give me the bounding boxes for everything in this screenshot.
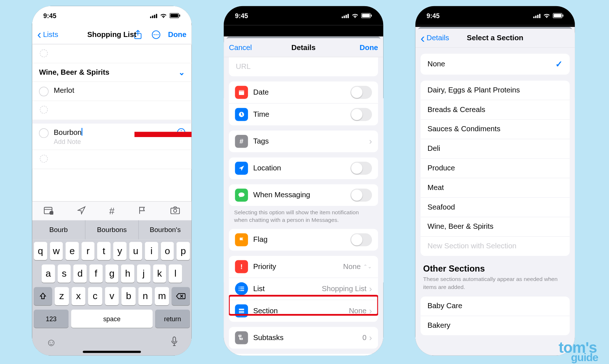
url-field[interactable]: URL [229, 57, 378, 76]
calendar-icon[interactable] [44, 206, 53, 216]
toggle-date[interactable] [350, 86, 372, 99]
key-t[interactable]: t [97, 242, 111, 260]
camera-icon[interactable] [170, 206, 180, 216]
cancel-button[interactable]: Cancel [229, 43, 252, 52]
home-indicator[interactable] [83, 351, 141, 353]
svg-rect-21 [173, 337, 175, 342]
section-option[interactable]: Produce [420, 158, 569, 178]
done-button[interactable]: Done [168, 30, 186, 39]
reminder-title-editing[interactable]: Bourbon [54, 128, 185, 137]
toggle-location[interactable] [350, 162, 372, 175]
key-h[interactable]: h [121, 265, 134, 283]
row-flag[interactable]: Flag [229, 229, 378, 251]
location-icon[interactable] [77, 206, 86, 216]
key-return[interactable]: return [155, 310, 190, 328]
key-j[interactable]: j [137, 265, 150, 283]
row-tags[interactable]: # Tags › [229, 131, 378, 152]
key-p[interactable]: p [177, 242, 190, 260]
emoji-icon[interactable]: ☺ [46, 336, 57, 348]
toggle-time[interactable] [350, 108, 372, 121]
section-option[interactable]: Dairy, Eggs & Plant Proteins [420, 80, 569, 100]
key-i[interactable]: i [145, 242, 158, 260]
row-messaging[interactable]: When Messaging [229, 184, 378, 206]
key-r[interactable]: r [82, 242, 95, 260]
other-section-option[interactable]: Bakery [420, 316, 569, 335]
details-scroll[interactable]: URL Date Time # [224, 57, 383, 356]
svg-rect-2 [154, 15, 156, 18]
tag-icon[interactable]: # [109, 205, 115, 216]
key-m[interactable]: m [155, 287, 169, 305]
row-value: Shopping List [322, 285, 366, 293]
section-header-wine[interactable]: Wine, Beer & Spirits ⌄ [32, 63, 192, 82]
key-a[interactable]: a [42, 265, 55, 283]
section-option[interactable]: Sauces & Condiments [420, 119, 569, 139]
row-subtasks[interactable]: Subtasks 0› [229, 327, 378, 349]
key-e[interactable]: e [66, 242, 79, 260]
keyboard[interactable]: q w e r t y u i o p a s d f g h [32, 239, 192, 356]
section-option[interactable]: Meat [420, 178, 569, 197]
key-x[interactable]: x [71, 287, 86, 305]
done-button[interactable]: Done [360, 43, 378, 52]
toggle-messaging[interactable] [350, 189, 372, 202]
section-option[interactable]: Breads & Cereals [420, 100, 569, 119]
key-123[interactable]: 123 [34, 310, 69, 328]
reminder-circle-icon[interactable] [39, 87, 49, 96]
reminder-row-merlot[interactable]: Merlot [32, 82, 192, 101]
key-d[interactable]: d [74, 265, 87, 283]
row-time[interactable]: Time [229, 103, 378, 125]
key-f[interactable]: f [89, 265, 103, 283]
row-section[interactable]: Section None› [229, 300, 378, 322]
key-o[interactable]: o [161, 242, 174, 260]
more-icon[interactable] [150, 28, 162, 40]
key-space[interactable]: space [71, 310, 153, 328]
key-y[interactable]: y [113, 242, 127, 260]
section-option[interactable]: Deli [420, 139, 569, 158]
flag-icon[interactable] [138, 206, 147, 216]
key-w[interactable]: w [50, 242, 63, 260]
reminder-circle-icon[interactable] [39, 128, 49, 138]
add-image-button[interactable]: Add Image [229, 354, 378, 356]
row-list[interactable]: List Shopping List› [229, 278, 378, 300]
reminder-row-bourbon[interactable]: Bourbon Add Note [32, 120, 192, 150]
key-shift[interactable] [34, 287, 52, 305]
key-g[interactable]: g [105, 265, 119, 283]
toggle-flag[interactable] [350, 233, 372, 247]
section-option[interactable]: Wine, Beer & Spirits [420, 217, 569, 236]
phone-details: 9:45 Cancel Details Done URL Date [224, 6, 383, 356]
new-item-placeholder[interactable] [32, 150, 192, 169]
key-s[interactable]: s [58, 265, 71, 283]
option-label: Deli [427, 144, 440, 153]
section-option[interactable]: Seafood [420, 197, 569, 217]
svg-rect-43 [533, 16, 535, 18]
suggestion[interactable]: Bourbon's [139, 220, 192, 240]
other-section-option[interactable]: Baby Care [420, 297, 569, 316]
info-icon[interactable] [177, 128, 186, 138]
row-date[interactable]: Date [229, 82, 378, 103]
key-z[interactable]: z [55, 287, 69, 305]
key-l[interactable]: l [169, 265, 182, 283]
new-item-placeholder[interactable] [32, 44, 192, 63]
back-to-lists-button[interactable]: Lists [37, 28, 58, 40]
svg-rect-38 [239, 309, 244, 310]
back-to-details-button[interactable]: Details [420, 34, 449, 42]
add-note-placeholder[interactable]: Add Note [54, 138, 185, 145]
key-n[interactable]: n [138, 287, 152, 305]
key-v[interactable]: v [105, 287, 119, 305]
key-k[interactable]: k [153, 265, 166, 283]
key-b[interactable]: b [121, 287, 136, 305]
section-icon [235, 305, 248, 318]
row-priority[interactable]: ! Priority None⌃⌄ [229, 256, 378, 278]
key-u[interactable]: u [129, 242, 142, 260]
key-delete[interactable] [172, 287, 190, 305]
new-item-placeholder[interactable] [32, 101, 192, 120]
key-c[interactable]: c [88, 287, 102, 305]
row-location[interactable]: Location [229, 157, 378, 179]
suggestion[interactable]: Bourbons [86, 220, 139, 240]
section-option-none[interactable]: None ✓ [420, 54, 569, 74]
reminder-title: Merlot [54, 86, 185, 95]
option-label: Bakery [427, 321, 450, 330]
share-icon[interactable] [132, 28, 144, 40]
key-q[interactable]: q [34, 242, 47, 260]
suggestion[interactable]: Bourb [32, 220, 86, 240]
dictation-icon[interactable] [171, 336, 178, 348]
